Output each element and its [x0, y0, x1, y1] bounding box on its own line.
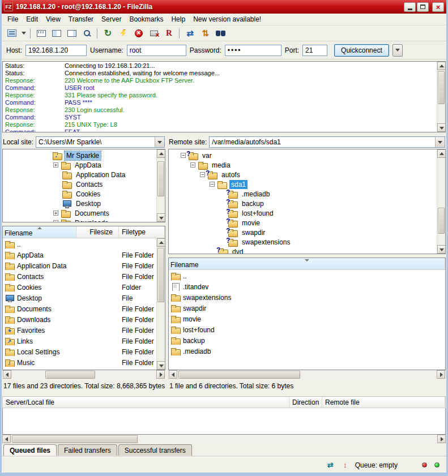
remote-file-row[interactable]: swapdir: [169, 303, 445, 314]
remote-file-row[interactable]: swapextensions: [169, 292, 445, 303]
tree-item-label[interactable]: AppData: [73, 161, 103, 170]
transfer-queue-body[interactable]: [2, 408, 446, 435]
scroll-up-button[interactable]: [437, 149, 446, 158]
local-file-row[interactable]: DesktopFile: [3, 293, 156, 303]
toggle-queue-icon[interactable]: [80, 27, 94, 40]
local-tree-item[interactable]: +AppData: [3, 160, 156, 170]
scrollbar-track[interactable]: [11, 435, 437, 444]
scrollbar-track[interactable]: [157, 158, 165, 213]
scroll-up-button[interactable]: [157, 238, 165, 247]
close-button[interactable]: ×: [432, 2, 444, 12]
local-file-row[interactable]: ★FavoritesFile Folder: [3, 325, 156, 336]
local-list-hscrollbar[interactable]: [3, 370, 165, 379]
queue-hscrollbar[interactable]: [2, 435, 446, 444]
scrollbar-track[interactable]: [437, 70, 445, 123]
menu-item-edit[interactable]: Edit: [22, 14, 42, 24]
remote-site-dropdown-button[interactable]: [435, 137, 445, 147]
message-log-scrollbar[interactable]: [437, 62, 445, 132]
directory-comparison-icon[interactable]: [183, 27, 197, 40]
tab-queued-files[interactable]: Queued files: [3, 444, 57, 457]
remote-tree-item[interactable]: −?var: [169, 151, 437, 160]
scrollbar-track[interactable]: [437, 158, 445, 245]
scrollbar-thumb[interactable]: [438, 71, 445, 104]
tree-item-label[interactable]: swapextensions: [240, 238, 292, 247]
port-input[interactable]: [302, 45, 327, 56]
remote-tree-item[interactable]: ?movie: [169, 218, 437, 228]
remote-tree-item[interactable]: ?swapdir: [169, 228, 437, 237]
remote-file-row[interactable]: backup: [169, 335, 445, 346]
remote-tree-item[interactable]: ?.mediadb: [169, 189, 437, 199]
scroll-down-button[interactable]: [437, 245, 446, 254]
scroll-down-button[interactable]: [437, 123, 446, 132]
tree-item-label[interactable]: Documents: [73, 209, 111, 218]
menu-item-transfer[interactable]: Transfer: [65, 14, 97, 24]
scroll-left-button[interactable]: [2, 435, 11, 443]
tree-item-label[interactable]: autofs: [220, 170, 242, 179]
remote-list-hscrollbar[interactable]: [169, 370, 445, 379]
scroll-right-button[interactable]: [437, 435, 446, 443]
expand-icon[interactable]: +: [53, 220, 58, 222]
expand-icon[interactable]: +: [53, 211, 58, 216]
scroll-left-button[interactable]: [3, 370, 11, 379]
menu-item-bookmarks[interactable]: Bookmarks: [125, 14, 167, 24]
toggle-local-tree-icon[interactable]: [49, 27, 63, 40]
password-input[interactable]: [225, 45, 281, 56]
local-tree-item[interactable]: Cookies: [3, 189, 156, 199]
quickconnect-button[interactable]: Quickconnect: [334, 44, 389, 57]
remote-site-combo[interactable]: /var/media/autofs/sda1: [209, 136, 445, 148]
local-file-row[interactable]: ↗LinksFile Folder: [3, 336, 156, 346]
menu-item-file[interactable]: File: [3, 14, 22, 24]
minimize-button[interactable]: [404, 2, 416, 12]
queue-column-remote-file[interactable]: Remote file: [322, 397, 445, 408]
remote-file-row[interactable]: .titandev: [169, 281, 445, 292]
tree-item-label[interactable]: swapdir: [240, 228, 267, 237]
remote-file-row[interactable]: lost+found: [169, 324, 445, 335]
menu-item-help[interactable]: Help: [167, 14, 189, 24]
local-tree-item[interactable]: ▪Mr Sparkle: [3, 151, 156, 160]
remote-file-row[interactable]: ..: [169, 271, 445, 281]
toggle-message-log-icon[interactable]: [34, 27, 48, 40]
remote-file-row[interactable]: movie: [169, 314, 445, 324]
collapse-icon[interactable]: −: [200, 172, 205, 177]
remote-tree-item[interactable]: −sda1: [169, 179, 437, 189]
tab-failed-transfers[interactable]: Failed transfers: [58, 444, 117, 457]
scrollbar-thumb[interactable]: [12, 435, 138, 443]
tree-item-label[interactable]: backup: [240, 199, 266, 208]
remote-tree-item[interactable]: ?dvd: [169, 247, 437, 254]
column-header-filename[interactable]: Filename: [3, 226, 76, 238]
scrollbar-thumb[interactable]: [157, 161, 164, 196]
tree-item-label[interactable]: Downloads: [73, 218, 110, 222]
scroll-down-button[interactable]: [157, 213, 165, 222]
tree-item-label[interactable]: Mr Sparkle: [65, 151, 101, 160]
local-list-scrollbar[interactable]: [156, 238, 165, 370]
tree-item-label[interactable]: Contacts: [74, 180, 104, 189]
column-header-filename[interactable]: Filename: [169, 258, 445, 269]
host-input[interactable]: [25, 45, 87, 56]
remote-tree-item[interactable]: −?autofs: [169, 170, 437, 179]
collapse-icon[interactable]: −: [210, 182, 215, 187]
scrollbar-thumb[interactable]: [45, 371, 95, 379]
tab-successful-transfers[interactable]: Successful transfers: [118, 444, 192, 457]
local-tree-item[interactable]: Desktop: [3, 199, 156, 208]
collapse-icon[interactable]: −: [190, 162, 195, 168]
tree-item-label[interactable]: Application Data: [74, 170, 127, 179]
local-file-row[interactable]: DocumentsFile Folder: [3, 303, 156, 314]
tree-item-label[interactable]: .mediadb: [240, 190, 271, 199]
local-tree-item[interactable]: +Documents: [3, 208, 156, 218]
remote-file-row[interactable]: .mediadb: [169, 346, 445, 357]
tree-item-label[interactable]: movie: [240, 218, 262, 228]
local-file-row[interactable]: ..: [3, 239, 156, 250]
local-file-row[interactable]: ♪MusicFile Folder: [3, 357, 156, 368]
cancel-icon[interactable]: [131, 27, 146, 40]
remote-tree-item[interactable]: ?swapextensions: [169, 237, 437, 247]
site-manager-icon[interactable]: [5, 27, 19, 40]
local-file-row[interactable]: Application DataFile Folder: [3, 260, 156, 271]
scroll-left-button[interactable]: [169, 370, 177, 379]
speed-limit-indicator-icon[interactable]: [340, 461, 350, 470]
site-manager-dropdown-icon[interactable]: [20, 27, 27, 40]
remote-tree-scrollbar[interactable]: [437, 149, 445, 254]
username-input[interactable]: [127, 45, 186, 56]
scrollbar-track[interactable]: [11, 370, 156, 379]
local-file-row[interactable]: AppDataFile Folder: [3, 250, 156, 260]
tree-item-label[interactable]: Desktop: [74, 199, 103, 208]
